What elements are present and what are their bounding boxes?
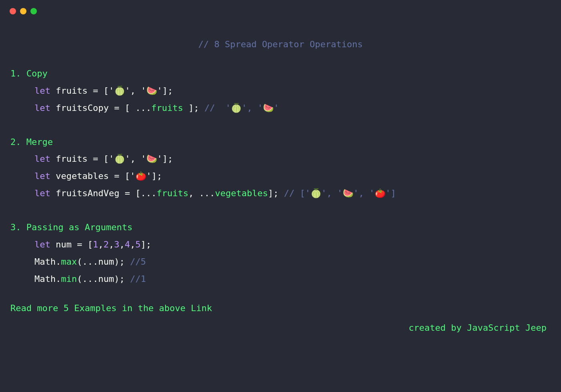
blank-line xyxy=(10,117,551,134)
section-2-heading: 2. Merge xyxy=(10,134,551,151)
code-line: let fruitsAndVeg = [...fruits, ...vegeta… xyxy=(10,185,551,202)
code-line: let fruits = ['🍈', '🍉']; xyxy=(10,82,551,100)
minimize-icon[interactable] xyxy=(20,8,26,14)
section-1-heading: 1. Copy xyxy=(10,65,551,82)
blank-line xyxy=(10,202,551,219)
code-line: Math.max(...num); //5 xyxy=(10,253,551,271)
section-3-heading: 3. Passing as Arguments xyxy=(10,219,551,236)
close-icon[interactable] xyxy=(10,8,16,14)
code-line: Math.min(...num); //1 xyxy=(10,271,551,288)
code-line: let num = [1,2,3,4,5]; xyxy=(10,236,551,253)
title-comment: // 8 Spread Operator Operations xyxy=(10,18,551,65)
code-line: let fruitsCopy = [ ...fruits ]; // '🍈', … xyxy=(10,100,551,117)
code-editor: // 8 Spread Operator Operations 1. Copy … xyxy=(0,14,561,336)
code-line: let fruits = ['🍈', '🍉']; xyxy=(10,151,551,168)
footer-credit: created by JavaScript Jeep xyxy=(10,317,551,337)
code-line: let vegetables = ['🍅']; xyxy=(10,168,551,185)
titlebar xyxy=(0,0,561,14)
maximize-icon[interactable] xyxy=(30,8,37,14)
footer-note: Read more 5 Examples in the above Link xyxy=(10,288,551,317)
code-window: // 8 Spread Operator Operations 1. Copy … xyxy=(0,0,561,392)
